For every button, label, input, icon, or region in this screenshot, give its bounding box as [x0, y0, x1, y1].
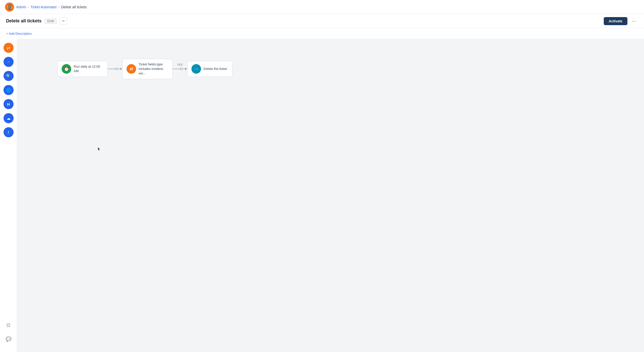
condition-icon: ⇄ — [130, 66, 133, 72]
connector-arrow-2 — [185, 68, 187, 70]
connector-dot-2 — [180, 68, 183, 70]
condition-node-icon: ⇄ — [127, 64, 136, 74]
sidebar-icon-arrow[interactable]: → — [4, 57, 14, 67]
action-node[interactable]: → Delete the ticket — [187, 61, 232, 77]
connector-line-2b — [183, 69, 185, 69]
sidebar-icon-search[interactable]: 🔍 — [4, 71, 14, 81]
canvas[interactable]: ⏰ Run daily at 12:00 AM ⇄ Ticket fields.… — [17, 39, 644, 352]
cloud-icon: ☁ — [7, 116, 11, 121]
breadcrumb-sep-2: › — [58, 5, 60, 9]
breadcrumb-current: Delete all tickets — [61, 5, 87, 9]
sidebar-icon-globe[interactable]: 🌐 — [4, 85, 14, 95]
more-options-button[interactable]: ⋯ — [630, 17, 638, 25]
connector-dot-1 — [115, 68, 118, 70]
condition-node-label: Ticket fields.type includes incident, se… — [139, 62, 168, 76]
top-nav: 🧌 Admin › Ticket Automator › Delete all … — [0, 0, 644, 14]
connector-line-1 — [108, 69, 115, 69]
status-badge: Draft — [45, 19, 57, 24]
sidebar-icon-chat[interactable]: 💬 — [4, 334, 14, 344]
search-icon: 🔍 — [6, 74, 11, 78]
sidebar-icon-terminal[interactable]: ⊡ — [4, 320, 14, 330]
sidebar-icon-function[interactable]: ƒ — [4, 127, 14, 137]
sidebar-icon-cloud[interactable]: ☁ — [4, 113, 14, 123]
activate-button[interactable]: Activate — [604, 17, 627, 25]
trigger-node[interactable]: ⏰ Run daily at 12:00 AM — [57, 61, 108, 77]
sidebar: ⇄ → 🔍 🌐 H ☁ ƒ ⊡ 💬 — [0, 39, 17, 352]
toolbar-right: Activate ⋯ — [604, 17, 638, 25]
filter-icon: ⇄ — [7, 46, 10, 50]
breadcrumb: Admin › Ticket Automator › Delete all ti… — [16, 5, 87, 9]
clock-icon: ⏰ — [64, 66, 69, 72]
connector-2: YES — [173, 68, 187, 70]
trigger-node-icon: ⏰ — [62, 64, 71, 74]
add-description-link[interactable]: + Add Description — [6, 32, 32, 35]
cursor — [98, 147, 101, 151]
connector-1 — [108, 68, 122, 70]
terminal-icon: ⊡ — [7, 322, 10, 328]
connector-line-1b — [118, 69, 120, 69]
chat-icon: 💬 — [6, 336, 11, 342]
edit-title-button[interactable]: ✏ — [60, 17, 67, 25]
connector-arrow-1 — [120, 68, 122, 70]
connector-line-2 — [173, 69, 180, 69]
flow-container: ⏰ Run daily at 12:00 AM ⇄ Ticket fields.… — [57, 59, 232, 79]
breadcrumb-sep-1: › — [28, 5, 29, 9]
action-node-label: Delete the ticket — [204, 67, 227, 71]
sidebar-icon-filter[interactable]: ⇄ — [4, 43, 14, 53]
trigger-node-label: Run daily at 12:00 AM — [74, 64, 103, 73]
action-node-icon: → — [191, 64, 201, 74]
add-description-bar: + Add Description — [0, 28, 644, 39]
avatar: 🧌 — [5, 3, 14, 12]
breadcrumb-admin[interactable]: Admin — [16, 5, 26, 9]
page-title: Delete all tickets — [6, 18, 42, 24]
sidebar-bottom: ⊡ 💬 — [4, 320, 14, 348]
main-layout: ⇄ → 🔍 🌐 H ☁ ƒ ⊡ 💬 — [0, 39, 644, 352]
yes-label: YES — [177, 63, 183, 66]
breadcrumb-ticket-automator[interactable]: Ticket Automator — [30, 5, 57, 9]
h-icon: H — [7, 102, 10, 106]
action-icon: → — [194, 66, 198, 72]
toolbar: Delete all tickets Draft ✏ Activate ⋯ — [0, 14, 644, 28]
condition-node[interactable]: ⇄ Ticket fields.type includes incident, … — [122, 59, 173, 79]
function-icon: ƒ — [8, 130, 10, 134]
globe-icon: 🌐 — [6, 88, 11, 93]
sidebar-icon-h[interactable]: H — [4, 99, 14, 109]
arrow-right-icon: → — [7, 60, 11, 64]
